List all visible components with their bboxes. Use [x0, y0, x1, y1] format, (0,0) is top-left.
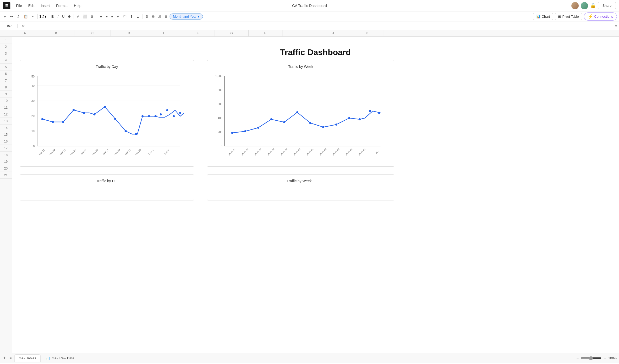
row-num-17[interactable]: 17: [0, 145, 12, 152]
svg-point-66: [359, 118, 361, 120]
col-header-c[interactable]: C: [74, 30, 111, 36]
row-num-10[interactable]: 10: [0, 98, 12, 104]
cut-button[interactable]: ✂: [30, 14, 36, 20]
connections-label: Connections: [594, 15, 613, 18]
chart-button[interactable]: 📊 Chart: [533, 13, 553, 20]
menu-insert[interactable]: Insert: [38, 3, 53, 9]
add-sheet-button[interactable]: +: [2, 354, 7, 362]
decimal-button[interactable]: .0: [157, 14, 163, 20]
bold-button[interactable]: B: [50, 14, 55, 20]
svg-text:Week 45: Week 45: [358, 148, 366, 156]
row-num-9[interactable]: 9: [0, 91, 12, 98]
cell-reference[interactable]: R57: [2, 24, 18, 28]
valign-button[interactable]: ⬚: [122, 14, 128, 20]
zoom-slider[interactable]: [581, 356, 602, 360]
svg-point-20: [114, 118, 116, 120]
svg-point-67: [369, 110, 371, 112]
row-num-5[interactable]: 5: [0, 64, 12, 70]
separator-1: [37, 14, 38, 19]
row-num-15[interactable]: 15: [0, 131, 12, 138]
top-button[interactable]: ⤒: [128, 14, 134, 20]
svg-point-58: [257, 127, 259, 129]
row-num-20[interactable]: 20: [0, 165, 12, 172]
svg-text:Week 44: Week 44: [345, 148, 353, 156]
text-color-button[interactable]: A: [75, 14, 81, 20]
tab-ga-raw-data[interactable]: 📊 GA - Raw Data: [42, 355, 79, 362]
chart1-title: Traffic by Day: [24, 64, 190, 69]
lightning-icon: ⚡: [588, 14, 593, 19]
menu-format[interactable]: Format: [54, 3, 70, 9]
sheet-list-button[interactable]: ≡: [8, 355, 13, 361]
redo-button[interactable]: ↪: [9, 14, 15, 20]
tab-ga-tables[interactable]: GA - Tables: [14, 354, 41, 362]
svg-point-18: [93, 113, 95, 115]
format-type-selector[interactable]: Month and Year ▾: [170, 14, 203, 20]
menu-edit[interactable]: Edit: [26, 3, 37, 9]
zoom-in-button[interactable]: +: [604, 356, 606, 361]
currency-button[interactable]: $: [144, 14, 149, 20]
separator-3: [74, 14, 74, 19]
share-button[interactable]: Share: [598, 2, 616, 9]
col-header-i[interactable]: I: [282, 30, 316, 36]
chart-label: Chart: [542, 15, 550, 18]
svg-point-14: [52, 121, 54, 123]
row-num-6[interactable]: 6: [0, 70, 12, 77]
col-header-b[interactable]: B: [38, 30, 74, 36]
row-num-21[interactable]: 21: [0, 172, 12, 179]
percent-button[interactable]: %: [150, 14, 156, 20]
svg-text:Nov 26: Nov 26: [92, 148, 99, 155]
format-more-button[interactable]: ⊞: [163, 14, 169, 20]
wrap-button[interactable]: ↵: [115, 14, 121, 20]
menu-file[interactable]: File: [14, 3, 25, 9]
row-num-12[interactable]: 12: [0, 111, 12, 118]
pivot-table-button[interactable]: ⊞ Pivot Table: [555, 13, 582, 20]
svg-text:Week 40: Week 40: [293, 148, 301, 156]
row-num-18[interactable]: 18: [0, 152, 12, 158]
col-header-d[interactable]: D: [111, 30, 147, 36]
italic-button[interactable]: I: [56, 14, 60, 20]
col-header-k[interactable]: K: [350, 30, 384, 36]
font-size-control[interactable]: 12 ▾: [39, 14, 47, 19]
zoom-controls: − + 100%: [576, 356, 617, 361]
copy-button[interactable]: 📋: [22, 14, 29, 20]
undo-button[interactable]: ↩: [2, 14, 8, 20]
svg-point-68: [378, 112, 380, 114]
menu-help[interactable]: Help: [71, 3, 84, 9]
print-button[interactable]: 🖨: [15, 14, 22, 20]
svg-point-22: [135, 133, 137, 135]
col-header-h[interactable]: H: [249, 30, 282, 36]
font-size-chevron[interactable]: ▾: [44, 14, 47, 19]
cells-area[interactable]: Traffic Dashboard Traffic by Day: [12, 37, 619, 353]
row-num-14[interactable]: 14: [0, 125, 12, 131]
connections-button[interactable]: ⚡ Connections: [584, 12, 617, 21]
col-header-j[interactable]: J: [316, 30, 350, 36]
col-header-g[interactable]: G: [215, 30, 249, 36]
lock-icon[interactable]: 🔒: [590, 3, 596, 9]
col-header-a[interactable]: A: [12, 30, 38, 36]
strikethrough-button[interactable]: S: [67, 14, 72, 20]
col-header-f[interactable]: F: [181, 30, 215, 36]
row-num-1[interactable]: 1: [0, 37, 12, 43]
svg-text:800: 800: [218, 88, 222, 92]
align-center-button[interactable]: ≡: [104, 14, 109, 20]
bottom-button[interactable]: ⤓: [135, 14, 141, 20]
row-num-13[interactable]: 13: [0, 118, 12, 125]
svg-text:Week 39: Week 39: [280, 148, 288, 156]
row-num-11[interactable]: 11: [0, 104, 12, 111]
fill-color-button[interactable]: ⬜: [81, 14, 89, 20]
align-right-button[interactable]: ≡: [110, 14, 115, 20]
row-num-7[interactable]: 7: [0, 77, 12, 84]
borders-button[interactable]: ⊞: [89, 14, 95, 20]
row-num-2[interactable]: 2: [0, 43, 12, 50]
col-header-e[interactable]: E: [147, 30, 181, 36]
align-left-button[interactable]: ≡: [99, 14, 104, 20]
row-num-8[interactable]: 8: [0, 84, 12, 91]
row-num-19[interactable]: 19: [0, 158, 12, 165]
app-logo[interactable]: ☰: [3, 2, 10, 9]
formula-expand-button[interactable]: ▾: [615, 24, 617, 28]
row-num-4[interactable]: 4: [0, 57, 12, 64]
row-num-3[interactable]: 3: [0, 50, 12, 57]
row-num-16[interactable]: 16: [0, 138, 12, 145]
zoom-out-button[interactable]: −: [576, 356, 579, 361]
underline-button[interactable]: U: [61, 14, 66, 20]
